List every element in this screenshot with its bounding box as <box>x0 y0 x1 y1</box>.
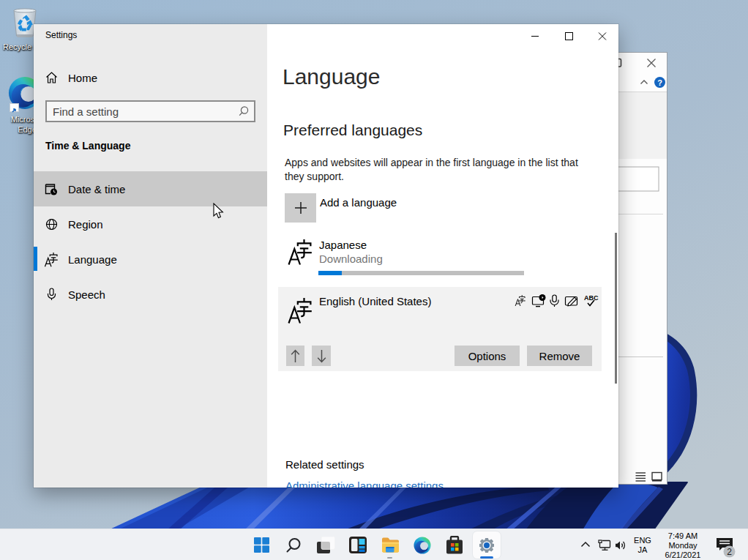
svg-text:ABC: ABC <box>584 294 599 302</box>
svg-text:?: ? <box>657 78 662 87</box>
svg-text:2: 2 <box>727 547 732 557</box>
